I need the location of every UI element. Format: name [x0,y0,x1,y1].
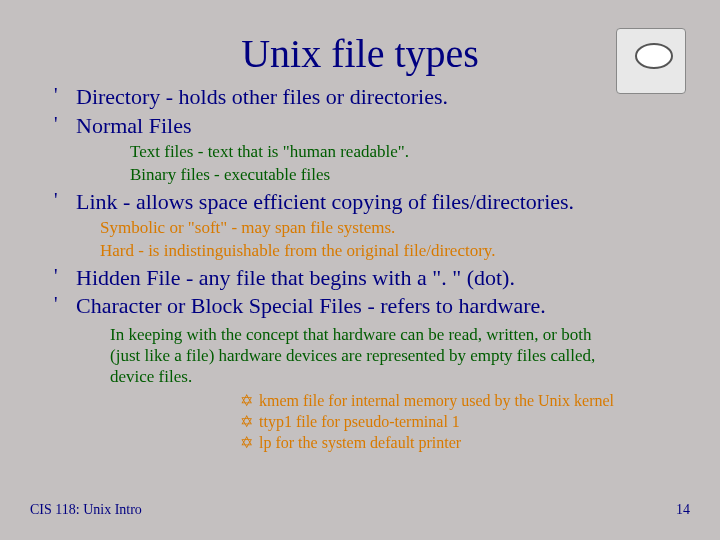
bullet-text: Normal Files [76,113,192,138]
sub-hw-lp: lp for the system default printer [240,433,690,453]
sub-hw-kmem: kmem file for internal memory used by th… [240,391,690,411]
bullet-text: Link - allows space efficient copying of… [76,189,574,214]
sub-link-hard: Hard - is indistinguishable from the ori… [100,240,690,261]
hardware-paragraph: In keeping with the concept that hardwar… [110,324,620,388]
footer-page-number: 14 [676,502,690,518]
bullet-hidden-file: Hidden File - any file that begins with … [54,264,690,292]
sub-normal-text: Text files - text that is "human readabl… [130,141,690,162]
slide-title: Unix file types [30,30,690,77]
footer-left: CIS 118: Unix Intro [30,502,142,518]
bullet-directory: Directory - holds other files or directo… [54,83,690,111]
sub-hw-ttyp1: ttyp1 file for pseudo-terminal 1 [240,412,690,432]
bullet-text: Directory - holds other files or directo… [76,84,448,109]
bullet-link: Link - allows space efficient copying of… [54,188,690,216]
bullet-normal-files: Normal Files [54,112,690,140]
bullet-special-files: Character or Block Special Files - refer… [54,292,690,320]
bullet-text: Character or Block Special Files - refer… [76,293,546,318]
bullet-text: Hidden File - any file that begins with … [76,265,515,290]
sub-link-symbolic: Symbolic or "soft" - may span file syste… [100,217,690,238]
sub-normal-binary: Binary files - executable files [130,164,690,185]
